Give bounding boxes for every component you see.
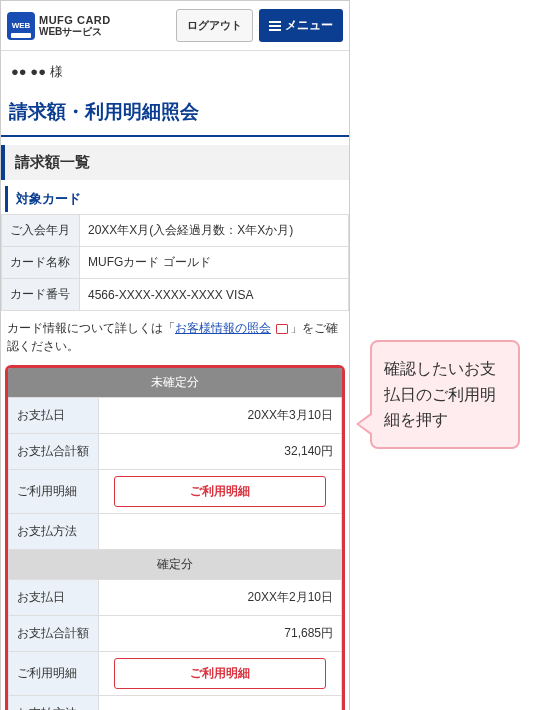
usage-detail-button[interactable]: ご利用明細 <box>114 476 326 507</box>
table-row: ご利用明細 ご利用明細 <box>9 652 342 696</box>
group-header-pending: 未確定分 <box>8 368 342 397</box>
menu-label: メニュー <box>285 17 333 34</box>
hamburger-icon <box>269 21 281 31</box>
cell-detail-button: ご利用明細 <box>99 652 342 696</box>
brand-text: MUFG CARD WEBサービス <box>39 14 111 37</box>
customer-info-link[interactable]: お客様情報の照会 <box>175 321 271 335</box>
value-method <box>99 696 342 711</box>
brand-line1: MUFG CARD <box>39 14 111 26</box>
billing-highlight-box: 未確定分 お支払日 20XX年3月10日 お支払合計額 32,140円 ご利用明… <box>5 365 345 710</box>
label-detail: ご利用明細 <box>9 652 99 696</box>
card-info-table: ご入会年月 20XX年X月(入会経過月数：X年Xか月) カード名称 MUFGカー… <box>1 214 349 311</box>
group-header-fixed: 確定分 <box>8 550 342 579</box>
table-row: お支払日 20XX年2月10日 <box>9 580 342 616</box>
value-pay-date: 20XX年2月10日 <box>99 580 342 616</box>
sub-title-target-card: 対象カード <box>5 186 349 212</box>
value-card-number: 4566-XXXX-XXXX-XXXX VISA <box>80 279 349 311</box>
label-pay-date: お支払日 <box>9 580 99 616</box>
card-info-note: カード情報について詳しくは「お客様情報の照会 」をご確認ください。 <box>1 311 349 365</box>
value-enroll-date: 20XX年X月(入会経過月数：X年Xか月) <box>80 215 349 247</box>
label-detail: ご利用明細 <box>9 470 99 514</box>
table-row: お支払合計額 71,685円 <box>9 616 342 652</box>
external-window-icon <box>276 324 288 334</box>
table-row: カード番号 4566-XXXX-XXXX-XXXX VISA <box>2 279 349 311</box>
menu-button[interactable]: メニュー <box>259 9 343 42</box>
table-row: カード名称 MUFGカード ゴールド <box>2 247 349 279</box>
label-total: お支払合計額 <box>9 434 99 470</box>
note-pre: カード情報について詳しくは「 <box>7 321 175 335</box>
value-card-name: MUFGカード ゴールド <box>80 247 349 279</box>
label-card-number: カード番号 <box>2 279 80 311</box>
table-row: お支払方法 <box>9 696 342 711</box>
cell-detail-button: ご利用明細 <box>99 470 342 514</box>
greeting: ●● ●● 様 <box>1 51 349 93</box>
logout-button[interactable]: ログアウト <box>176 9 253 42</box>
page-title: 請求額・利用明細照会 <box>1 93 349 137</box>
label-enroll-date: ご入会年月 <box>2 215 80 247</box>
table-row: お支払合計額 32,140円 <box>9 434 342 470</box>
value-total: 32,140円 <box>99 434 342 470</box>
instruction-callout: 確認したいお支払日のご利用明細を押す <box>370 340 520 449</box>
table-row: ご入会年月 20XX年X月(入会経過月数：X年Xか月) <box>2 215 349 247</box>
label-pay-date: お支払日 <box>9 398 99 434</box>
app-frame: WEB MUFG CARD WEBサービス ログアウト メニュー ●● ●● 様… <box>0 0 350 710</box>
brand-badge-icon: WEB <box>7 12 35 40</box>
table-row: お支払日 20XX年3月10日 <box>9 398 342 434</box>
billing-table-fixed: お支払日 20XX年2月10日 お支払合計額 71,685円 ご利用明細 ご利用… <box>8 579 342 710</box>
billing-table-pending: お支払日 20XX年3月10日 お支払合計額 32,140円 ご利用明細 ご利用… <box>8 397 342 550</box>
brand-line2: WEBサービス <box>39 26 111 37</box>
table-row: お支払方法 <box>9 514 342 550</box>
header: WEB MUFG CARD WEBサービス ログアウト メニュー <box>1 1 349 51</box>
section-title-billing-list: 請求額一覧 <box>1 145 349 180</box>
label-card-name: カード名称 <box>2 247 80 279</box>
brand: WEB MUFG CARD WEBサービス <box>7 12 170 40</box>
label-method: お支払方法 <box>9 514 99 550</box>
usage-detail-button[interactable]: ご利用明細 <box>114 658 326 689</box>
label-method: お支払方法 <box>9 696 99 711</box>
table-row: ご利用明細 ご利用明細 <box>9 470 342 514</box>
value-total: 71,685円 <box>99 616 342 652</box>
value-method <box>99 514 342 550</box>
value-pay-date: 20XX年3月10日 <box>99 398 342 434</box>
label-total: お支払合計額 <box>9 616 99 652</box>
